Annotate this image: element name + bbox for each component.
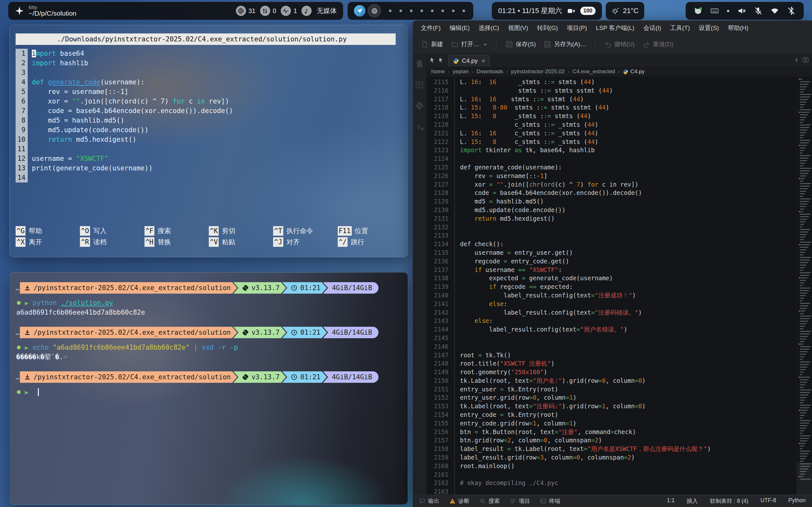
prompt-segment-text: /pyinstxtractor-2025.02/C4.exe_extracted… — [34, 372, 231, 382]
code-line: 2121L. 16: 16 c_stmts ::= _stmts (44) — [426, 129, 797, 137]
menu-item-9[interactable]: 设置(S) — [695, 22, 723, 34]
line-number: 14 — [16, 173, 28, 182]
nano-shortcut[interactable]: ^F搜索 — [144, 225, 209, 236]
weather-segment[interactable]: 21°C — [606, 2, 644, 20]
workspace-dot[interactable] — [452, 9, 454, 12]
app-icon-disc[interactable] — [369, 5, 380, 16]
keyboard-icon[interactable] — [710, 7, 719, 15]
menu-item-10[interactable]: 帮助(H) — [724, 22, 752, 34]
git-icon[interactable] — [416, 102, 424, 110]
bluetooth-off-icon[interactable] — [787, 7, 796, 15]
nano-shortcut[interactable]: ^G帮助 — [16, 225, 80, 236]
workspace-dot[interactable] — [399, 9, 402, 12]
breadcrumb-item[interactable]: Downloads — [477, 68, 503, 75]
menu-item-0[interactable]: 文件(F) — [417, 22, 445, 34]
breadcrumb-item[interactable]: C4.exe_extracted — [573, 68, 615, 75]
kitty-nano-window[interactable]: ./Downloads/pyinstxtractor-2025.02/C4.ex… — [9, 25, 408, 257]
menu-item-7[interactable]: 会话(I) — [639, 22, 665, 34]
status-field-2[interactable]: 软制表符 : 8 (4) — [710, 497, 748, 505]
code-token: .join([ — [504, 181, 529, 188]
workspace-dot[interactable] — [462, 9, 465, 12]
outline-icon[interactable] — [416, 80, 424, 89]
menu-item-1[interactable]: 编辑(E) — [445, 22, 474, 34]
nano-shortcut[interactable]: ^K剪切 — [209, 225, 273, 236]
close-icon[interactable]: × — [482, 57, 485, 65]
code-editor[interactable]: 2115L. 16: 16 _stmts ::= stmts (44)2116 … — [426, 77, 797, 495]
search-toggle[interactable]: 搜索 — [480, 497, 500, 505]
terminal-toggle[interactable]: 终端 — [540, 497, 560, 505]
status-field-0[interactable]: 1:1 — [667, 497, 675, 505]
split-view-icon[interactable] — [803, 57, 809, 63]
app-icon-plane[interactable] — [354, 5, 365, 16]
status-field-3[interactable]: UTF-8 — [760, 497, 776, 505]
activity-icon[interactable] — [281, 6, 291, 16]
menu-item-2[interactable]: 选择(C) — [475, 22, 503, 34]
command-line[interactable]: ▶ — [16, 387, 402, 397]
shortcut-label: 跳行 — [351, 237, 364, 247]
workspace-dot[interactable] — [441, 9, 444, 12]
pointer-icon[interactable] — [429, 57, 435, 63]
workspace-dots[interactable] — [389, 9, 467, 12]
code-line: 2155entry_code.grid(row=1, column=1) — [426, 419, 797, 428]
nano-shortcut[interactable]: ^X离开 — [16, 236, 80, 247]
open-button[interactable]: 打开… — [448, 38, 491, 50]
lightning-icon[interactable] — [794, 57, 800, 63]
cpu-icon[interactable] — [236, 6, 246, 16]
breadcrumb-item[interactable]: home — [431, 68, 445, 75]
command-line[interactable]: ▶python ./solution.py — [16, 298, 402, 307]
breadcrumb-item[interactable]: yepian — [453, 68, 469, 75]
nano-shortcut[interactable]: F11位置 — [338, 225, 402, 236]
tab-c4py[interactable]: C4.py × — [448, 55, 490, 66]
menu-item-4[interactable]: 转到(G) — [533, 22, 562, 34]
music-icon[interactable] — [301, 6, 312, 16]
output-toggle[interactable]: 输出 — [419, 497, 439, 505]
menu-item-8[interactable]: 工具(T) — [666, 22, 694, 34]
nano-shortcut[interactable]: ^/跳行 — [338, 236, 402, 247]
nano-shortcut[interactable]: ^J对齐 — [273, 236, 337, 247]
terminal-scrollback[interactable]: …/pyinstxtractor-2025.02/C4.exe_extracte… — [16, 282, 402, 397]
save-as-button[interactable]: 另存为(A)… — [541, 38, 589, 50]
project-toggle[interactable]: 项目 — [510, 497, 530, 505]
clock[interactable]: 01:21 • 11/15 星期六 — [498, 6, 562, 16]
nano-code-line: 1import base64 — [16, 49, 402, 58]
new-button[interactable]: 新建 — [418, 38, 446, 50]
breadcrumb-item[interactable]: C4.py — [623, 68, 644, 75]
doc-icon[interactable] — [416, 60, 424, 68]
diagnostics-toggle[interactable]: 诊断 — [449, 497, 470, 505]
menu-item-3[interactable]: 视图(V) — [504, 22, 532, 34]
workspace-dot[interactable] — [410, 9, 413, 12]
nano-editor[interactable]: 1import base642import hashlib34def gener… — [16, 49, 402, 182]
code-line: 2125def generate_code(username): — [426, 163, 797, 172]
nano-shortcut[interactable]: ^R读档 — [80, 236, 144, 247]
kitty-terminal-window[interactable]: …/pyinstxtractor-2025.02/C4.exe_extracte… — [9, 272, 408, 505]
lsp-icon[interactable] — [416, 123, 424, 131]
minimap-scrollbar[interactable] — [797, 77, 812, 495]
kitty-logo-icon[interactable] — [15, 6, 24, 16]
save-button[interactable]: 保存(S) — [503, 38, 539, 50]
code-token: as — [515, 147, 522, 154]
code-token: 44 — [602, 87, 609, 94]
volume-muted-icon[interactable] — [738, 7, 746, 15]
nano-shortcut[interactable]: ^O写入 — [80, 225, 144, 236]
pointer-icon[interactable] — [438, 57, 444, 63]
menu-item-5[interactable]: 项目(P) — [563, 22, 591, 34]
mic-muted-icon[interactable] — [754, 7, 762, 15]
workspace-dot[interactable] — [431, 9, 434, 12]
workspace-dot[interactable] — [421, 9, 423, 12]
status-field-1[interactable]: 插入 — [687, 497, 698, 505]
minimap-line — [800, 369, 806, 370]
wifi-icon[interactable] — [771, 7, 779, 15]
status-field-4[interactable]: Python — [789, 497, 806, 505]
arrows-icon[interactable] — [260, 6, 270, 16]
nano-shortcut[interactable]: ^V粘贴 — [209, 236, 273, 247]
breadcrumb-item[interactable]: pyinstxtractor-2025.02 — [511, 68, 565, 75]
menu-item-6[interactable]: LSP 客户端(L) — [592, 22, 638, 34]
code-token: 15 — [471, 138, 478, 145]
nano-shortcut[interactable]: ^H替换 — [144, 236, 209, 247]
shortcut-key: ^K — [209, 226, 219, 236]
workspace-dot[interactable] — [389, 9, 391, 12]
kate-editor-window[interactable]: 文件(F)编辑(E)选择(C)视图(V)转到(G)项目(P)LSP 客户端(L)… — [413, 20, 812, 507]
nano-shortcut[interactable]: ^T执行命令 — [273, 225, 337, 236]
command-line[interactable]: ▶echo "a6ad8691fc6b06eee41bd7a8bb60c82e"… — [16, 343, 402, 352]
kitty-tray-icon[interactable] — [694, 7, 702, 15]
